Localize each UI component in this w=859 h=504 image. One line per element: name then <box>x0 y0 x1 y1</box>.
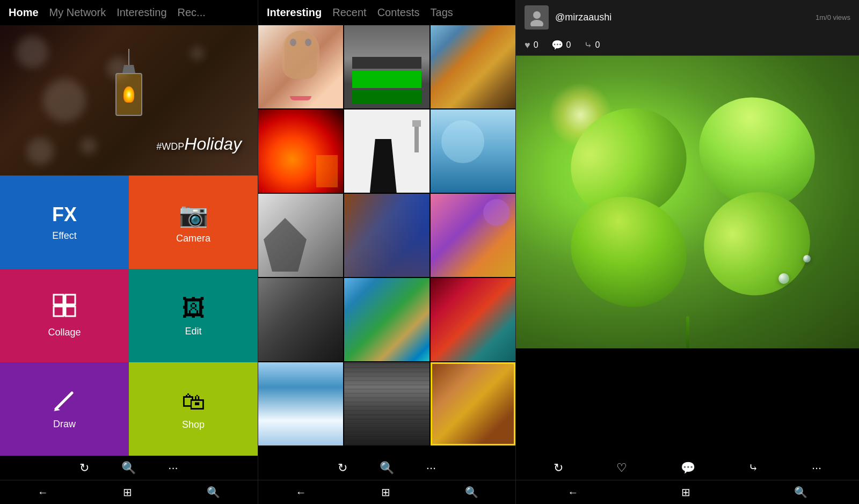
photo-grid <box>258 25 515 456</box>
p2-nav-interesting[interactable]: Interesting <box>267 6 322 19</box>
tiles-grid: FX Effect 📷 Camera Collage <box>0 176 258 456</box>
clover-leaf-3 <box>551 176 707 327</box>
panel2-bottom-bar: ↻ 🔍 ··· ← ⊞ 🔍 <box>258 456 515 504</box>
shares-count: 0 <box>595 40 600 50</box>
tile-effect[interactable]: FX Effect <box>0 176 129 269</box>
panel1-action-bar: ↻ 🔍 ··· <box>0 456 258 480</box>
time-views: 1m/0 views <box>816 13 850 21</box>
refresh-icon[interactable]: ↻ <box>79 461 89 475</box>
nav-item-recent[interactable]: Rec... <box>178 6 206 19</box>
svg-rect-3 <box>65 306 75 316</box>
panel2-nav-bar: ← ⊞ 🔍 <box>258 480 515 504</box>
panel1-bottom-bar: ↻ 🔍 ··· ← ⊞ 🔍 <box>0 456 258 504</box>
photo-description-area <box>516 348 859 456</box>
photo-item-4[interactable] <box>258 109 343 193</box>
p2-nav-tags[interactable]: Tags <box>431 6 453 19</box>
hero-title: Holiday <box>184 134 242 154</box>
p3-comment-icon[interactable]: 💬 <box>681 461 695 475</box>
nav-item-interesting[interactable]: Interesting <box>117 6 166 19</box>
dew-drop-2 <box>803 255 811 262</box>
heart-icon: ♥ <box>525 40 530 51</box>
photo-item-13[interactable] <box>258 362 343 445</box>
likes-stat: ♥ 0 <box>525 40 538 51</box>
tile-draw[interactable]: Draw <box>0 362 129 456</box>
panel2-nav: Interesting Recent Contests Tags <box>258 0 515 25</box>
p3-share-icon[interactable]: ⤷ <box>748 461 758 475</box>
shares-stat: ⤷ 0 <box>584 39 600 51</box>
photo-item-2[interactable] <box>344 25 429 108</box>
lantern-body <box>115 73 142 116</box>
photo-item-5[interactable] <box>344 109 429 193</box>
p2-search-icon[interactable]: 🔍 <box>380 461 394 475</box>
person-icon <box>528 9 545 26</box>
p2-more-icon[interactable]: ··· <box>426 461 436 475</box>
nav-item-mynetwork[interactable]: My Network <box>49 6 106 19</box>
comments-stat: 💬 0 <box>551 39 571 51</box>
svg-rect-1 <box>54 306 63 316</box>
collage-icon <box>53 294 76 323</box>
bokeh-dot-4 <box>81 138 97 154</box>
hero-text: #WDPHoliday <box>156 134 242 154</box>
bokeh-dot-6 <box>191 47 204 60</box>
search-nav-icon[interactable]: 🔍 <box>207 486 220 499</box>
panel-photo-detail: @mirzaaushi 1m/0 views ♥ 0 💬 0 ⤷ 0 <box>515 0 859 504</box>
edit-icon: 🖼 <box>181 295 205 322</box>
photo-item-11[interactable] <box>344 278 429 361</box>
tile-collage-label: Collage <box>48 327 81 338</box>
home-icon[interactable]: ⊞ <box>123 486 132 499</box>
p3-search-nav-icon[interactable]: 🔍 <box>794 486 807 499</box>
bokeh-dot-1 <box>16 36 48 68</box>
panel1-nav-bar: ← ⊞ 🔍 <box>0 480 258 504</box>
hero-hashtag: #WDP <box>156 141 184 152</box>
p2-nav-recent[interactable]: Recent <box>332 6 366 19</box>
photo-item-12[interactable] <box>431 278 515 361</box>
lantern-top <box>121 65 137 73</box>
p3-more-icon[interactable]: ··· <box>812 461 821 475</box>
photo-item-8[interactable] <box>344 194 429 277</box>
svg-rect-0 <box>54 295 63 304</box>
p3-back-icon[interactable]: ← <box>567 486 578 499</box>
fx-icon: FX <box>52 203 77 226</box>
svg-point-8 <box>533 11 541 19</box>
clover-background <box>516 56 859 348</box>
photo-item-10[interactable] <box>258 278 343 361</box>
likes-count: 0 <box>534 40 538 50</box>
back-icon[interactable]: ← <box>38 486 48 499</box>
photo-item-3[interactable] <box>431 25 515 108</box>
share-icon: ⤷ <box>584 39 592 51</box>
p3-refresh-icon[interactable]: ↻ <box>554 461 563 475</box>
panel1-nav: Home My Network Interesting Rec... <box>0 0 258 25</box>
panel3-stats: ♥ 0 💬 0 ⤷ 0 <box>516 35 859 56</box>
svg-line-6 <box>56 393 72 409</box>
nav-item-home[interactable]: Home <box>9 6 39 19</box>
photo-item-1[interactable] <box>258 25 343 108</box>
p2-search-nav-icon[interactable]: 🔍 <box>465 486 478 499</box>
tile-collage[interactable]: Collage <box>0 269 129 362</box>
tile-shop[interactable]: 🛍 Shop <box>129 362 258 456</box>
comment-icon: 💬 <box>551 39 563 51</box>
camera-icon: 📷 <box>179 201 208 229</box>
main-photo[interactable] <box>516 56 859 348</box>
p3-home-icon[interactable]: ⊞ <box>681 486 690 499</box>
panel-interesting: Interesting Recent Contests Tags <box>258 0 515 504</box>
p3-like-icon[interactable]: ♡ <box>616 461 627 475</box>
p2-refresh-icon[interactable]: ↻ <box>338 461 347 475</box>
comments-count: 0 <box>566 40 571 50</box>
search-icon[interactable]: 🔍 <box>121 461 136 475</box>
photo-item-7[interactable] <box>258 194 343 277</box>
p2-back-icon[interactable]: ← <box>296 486 307 499</box>
p2-nav-contests[interactable]: Contests <box>377 6 420 19</box>
svg-point-9 <box>530 20 543 26</box>
hero-banner[interactable]: #WDPHoliday <box>0 25 258 176</box>
tile-edit[interactable]: 🖼 Edit <box>129 269 258 362</box>
p2-home-icon[interactable]: ⊞ <box>381 486 390 499</box>
photo-item-9[interactable] <box>431 194 515 277</box>
panel2-action-bar: ↻ 🔍 ··· <box>258 456 515 480</box>
more-icon[interactable]: ··· <box>168 461 178 475</box>
photo-item-15[interactable] <box>431 362 515 445</box>
photo-item-14[interactable] <box>344 362 429 445</box>
tile-camera[interactable]: 📷 Camera <box>129 176 258 269</box>
shop-icon: 🛍 <box>181 388 205 415</box>
panel3-action-bar: ↻ ♡ 💬 ⤷ ··· <box>516 456 859 480</box>
photo-item-6[interactable] <box>431 109 515 193</box>
